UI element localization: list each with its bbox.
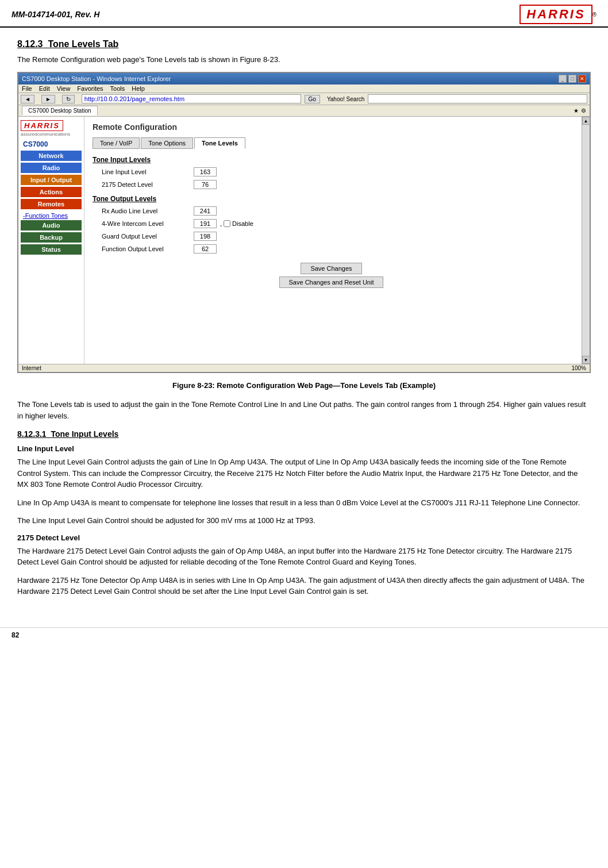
line-input-field[interactable] — [194, 167, 217, 176]
disable-label: Disable — [232, 220, 253, 227]
sidebar-item-network[interactable]: Network — [21, 151, 82, 161]
sidebar-link-function-tones[interactable]: -Function Tones — [21, 211, 82, 220]
line-input-para1: The Line Input Level Gain Control adjust… — [17, 456, 591, 490]
sidebar-item-radio[interactable]: Radio — [21, 163, 82, 173]
status-right: 100% — [571, 365, 586, 371]
section-number: 8.12.3 — [17, 39, 43, 49]
minimize-btn[interactable]: _ — [559, 75, 567, 83]
disable-option: , Disable — [220, 220, 253, 227]
save-changes-button[interactable]: Save Changes — [301, 263, 361, 274]
figure-caption: Figure 8-23: Remote Configuration Web Pa… — [17, 381, 591, 390]
line-input-para3: The Line Input Level Gain Control should… — [17, 515, 591, 527]
disable-checkbox[interactable] — [224, 220, 230, 227]
comma-separator: , — [220, 220, 222, 227]
rx-audio-row: Rx Audio Line Level — [93, 206, 574, 216]
logo-text: HARRIS — [520, 5, 592, 24]
intercom-label: 4-Wire Intercom Level — [102, 220, 194, 227]
main-panel: Remote Configuration Tone / VoIP Tone Op… — [84, 117, 582, 364]
sidebar-item-actions[interactable]: Actions — [21, 187, 82, 197]
buttons-row: Save Changes Save Changes and Reset Unit — [93, 263, 574, 288]
search-label: Yahoo! Search — [327, 96, 364, 102]
function-output-row: Function Output Level — [93, 244, 574, 254]
section-heading: 8.12.3 Tone Levels Tab — [17, 39, 591, 49]
status-left: Internet — [22, 365, 41, 371]
browser-menu: File Edit View Favorites Tools Help — [18, 85, 590, 93]
tone-output-section-title: Tone Output Levels — [93, 195, 574, 203]
sidebar: HARRIS assuredcommunications CS7000 Netw… — [18, 117, 84, 364]
rx-audio-field[interactable] — [194, 206, 217, 216]
page-footer: 82 — [0, 627, 608, 643]
sidebar-logo: HARRIS assuredcommunications — [21, 120, 82, 137]
browser-window: CS7000 Desktop Station - Windows Interne… — [17, 72, 591, 373]
address-bar[interactable] — [82, 94, 301, 103]
refresh-btn[interactable]: ↻ — [62, 95, 75, 103]
sidebar-item-status[interactable]: Status — [21, 244, 82, 255]
page-header: MM-014714-001, Rev. H HARRIS ® — [0, 0, 608, 28]
search-bar[interactable] — [368, 94, 587, 103]
sidebar-model: CS7000 — [21, 140, 82, 148]
detect-para2: Hardware 2175 Hz Tone Detector Op Amp U4… — [17, 575, 591, 597]
scroll-down-btn[interactable]: ▼ — [582, 356, 590, 364]
window-controls: _ □ ✕ — [559, 75, 586, 83]
browser-tab-bar: CS7000 Desktop Station ★ ⚙ — [18, 105, 590, 117]
menu-tools[interactable]: Tools — [110, 85, 125, 92]
intercom-field[interactable] — [194, 219, 217, 228]
scroll-track[interactable] — [582, 125, 590, 356]
tab-tone-options[interactable]: Tone Options — [141, 137, 193, 149]
detect-heading: 2175 Detect Level — [17, 533, 591, 542]
tab-tone-voip[interactable]: Tone / VoIP — [93, 137, 140, 149]
page-number: 82 — [11, 631, 19, 639]
browser-title: CS7000 Desktop Station - Windows Interne… — [22, 75, 171, 82]
rx-audio-label: Rx Audio Line Level — [102, 208, 194, 214]
menu-view[interactable]: View — [57, 85, 71, 92]
sidebar-tagline: assuredcommunications — [21, 132, 82, 137]
detect-level-row: 2175 Detect Level — [93, 180, 574, 189]
favorites-icon[interactable]: ★ — [574, 107, 579, 114]
sidebar-item-audio[interactable]: Audio — [21, 220, 82, 231]
intercom-level-row: 4-Wire Intercom Level , Disable — [93, 219, 574, 228]
menu-file[interactable]: File — [22, 85, 32, 92]
close-btn[interactable]: ✕ — [578, 75, 586, 83]
subsection-number: 8.12.3.1 — [17, 429, 47, 439]
line-input-label: Line Input Level — [102, 168, 194, 175]
guard-output-label: Guard Output Level — [102, 233, 194, 240]
function-output-label: Function Output Level — [102, 245, 194, 252]
function-output-field[interactable] — [194, 244, 217, 254]
forward-btn[interactable]: ► — [41, 95, 55, 103]
browser-status-bar: Internet 100% — [18, 364, 590, 372]
harris-logo: HARRIS ® — [520, 5, 597, 24]
sidebar-item-input-output[interactable]: Input / Output — [21, 175, 82, 185]
sidebar-item-backup[interactable]: Backup — [21, 232, 82, 243]
browser-tab[interactable]: CS7000 Desktop Station — [22, 106, 98, 116]
go-btn[interactable]: Go — [305, 95, 320, 103]
line-input-row: Line Input Level — [93, 167, 574, 176]
detect-level-field[interactable] — [194, 180, 217, 189]
detect-level-label: 2175 Detect Level — [102, 181, 194, 188]
line-input-para2: Line In Op Amp U43A is meant to compensa… — [17, 497, 591, 509]
tab-tone-levels[interactable]: Tone Levels — [194, 137, 245, 149]
browser-toolbar: ◄ ► ↻ Go Yahoo! Search — [18, 93, 590, 105]
subsection-title: Tone Input Levels — [51, 429, 118, 439]
guard-output-field[interactable] — [194, 232, 217, 241]
subsection-heading: 8.12.3.1 Tone Input Levels — [17, 429, 591, 439]
tone-input-section-title: Tone Input Levels — [93, 156, 574, 164]
tabs-row: Tone / VoIP Tone Options Tone Levels — [93, 137, 574, 149]
panel-title: Remote Configuration — [93, 122, 574, 132]
sidebar-item-remotes[interactable]: Remotes — [21, 199, 82, 209]
document-title: MM-014714-001, Rev. H — [11, 10, 99, 19]
scroll-up-btn[interactable]: ▲ — [582, 117, 590, 125]
intro-paragraph: The Remote Configuration web page's Tone… — [17, 55, 591, 64]
scrollbar[interactable]: ▲ ▼ — [582, 117, 590, 364]
menu-favorites[interactable]: Favorites — [77, 85, 103, 92]
menu-edit[interactable]: Edit — [39, 85, 50, 92]
guard-output-row: Guard Output Level — [93, 232, 574, 241]
save-reset-button[interactable]: Save Changes and Reset Unit — [279, 276, 384, 288]
browser-body: HARRIS assuredcommunications CS7000 Netw… — [18, 117, 590, 364]
menu-help[interactable]: Help — [132, 85, 145, 92]
page-content: 8.12.3 Tone Levels Tab The Remote Config… — [0, 28, 608, 616]
restore-btn[interactable]: □ — [568, 75, 576, 83]
tools-icon[interactable]: ⚙ — [581, 107, 586, 114]
sidebar-harris-logo: HARRIS — [21, 120, 63, 131]
back-btn[interactable]: ◄ — [21, 95, 34, 103]
logo-trademark: ® — [592, 11, 597, 18]
